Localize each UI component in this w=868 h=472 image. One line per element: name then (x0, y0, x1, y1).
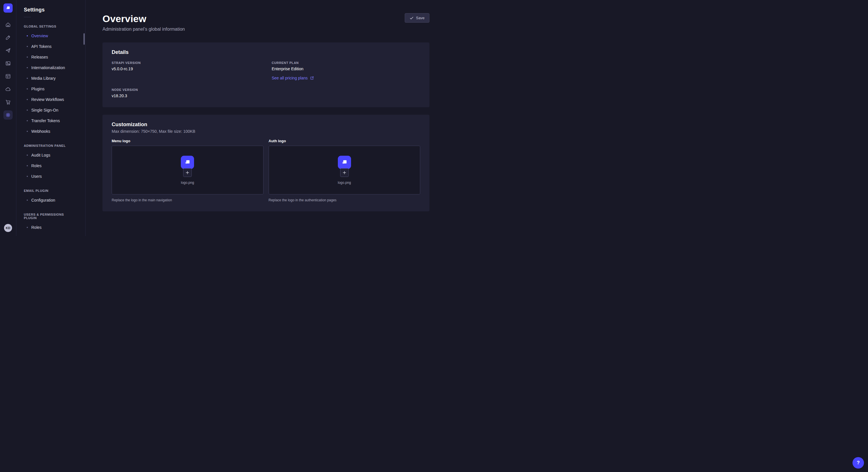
nav-content-type-builder[interactable] (3, 72, 12, 81)
pricing-plans-link[interactable]: See all pricing plans (272, 76, 314, 80)
settings-nav-plugins[interactable]: Plugins (17, 83, 85, 94)
bullet-icon (27, 99, 28, 100)
auth-logo-helper: Replace the logo in the authentication p… (269, 198, 421, 202)
bullet-icon (27, 35, 28, 36)
nav-cloud[interactable] (3, 85, 12, 94)
layout-icon (5, 73, 11, 79)
settings-nav-internationalization[interactable]: Internationalization (17, 62, 85, 73)
settings-nav-up-roles[interactable]: Roles (17, 222, 85, 233)
avatar[interactable]: KD (4, 224, 12, 232)
paper-plane-icon (5, 47, 11, 53)
pricing-plans-link-label: See all pricing plans (272, 76, 308, 80)
settings-nav-releases[interactable]: Releases (17, 52, 85, 62)
menu-logo-upload: Menu logo logo.png Repl (112, 139, 264, 202)
customization-card: Customization Max dimension: 750×750, Ma… (102, 115, 429, 211)
customization-card-title: Customization (112, 122, 420, 128)
nav-item-label: Roles (31, 225, 42, 230)
check-icon (410, 16, 414, 20)
field-label: CURRENT PLAN (272, 61, 421, 65)
nav-item-label: Internationalization (31, 65, 65, 70)
auth-logo-dropzone[interactable]: logo.png (269, 146, 421, 194)
auth-logo-upload: Auth logo logo.png Repl (269, 139, 421, 202)
bullet-icon (27, 165, 28, 166)
settings-nav-overview[interactable]: Overview (17, 30, 85, 41)
field-label: NODE VERSION (112, 88, 260, 92)
bullet-icon (27, 109, 28, 111)
settings-nav-single-sign-on[interactable]: Single Sign-On (17, 105, 85, 115)
strapi-mark-icon (184, 159, 191, 166)
settings-nav-email-configuration[interactable]: Configuration (17, 195, 85, 205)
auth-logo-preview (338, 156, 351, 169)
field-value: v18.20.3 (112, 94, 260, 98)
settings-nav-media-library[interactable]: Media Library (17, 73, 85, 83)
field-value: v5.0.0-rc.19 (112, 67, 260, 71)
bullet-icon (27, 67, 28, 68)
nav-item-label: Transfer Tokens (31, 119, 60, 123)
plus-icon (185, 171, 189, 175)
nav-settings[interactable] (3, 110, 12, 120)
scrollbar-thumb[interactable] (84, 33, 85, 45)
settings-nav-transfer-tokens[interactable]: Transfer Tokens (17, 115, 85, 126)
plus-icon (342, 171, 346, 175)
settings-nav-admin-roles[interactable]: Roles (17, 160, 85, 171)
settings-nav-webhooks[interactable]: Webhooks (17, 126, 85, 136)
bullet-icon (27, 131, 28, 132)
field-label: STRAPI VERSION (112, 61, 260, 65)
bullet-icon (27, 227, 28, 228)
strapi-logo-icon (5, 5, 11, 11)
page-header: Overview Administration panel’s global i… (102, 13, 429, 32)
settings-nav-review-workflows[interactable]: Review Workflows (17, 94, 85, 105)
bullet-icon (27, 78, 28, 79)
settings-nav-audit-logs[interactable]: Audit Logs (17, 150, 85, 160)
save-button-label: Save (416, 16, 425, 20)
nav-item-label: Plugins (31, 87, 44, 91)
auth-logo-filename: logo.png (338, 181, 351, 185)
settings-nav-admin-users[interactable]: Users (17, 171, 85, 181)
details-grid: STRAPI VERSION v5.0.0-rc.19 CURRENT PLAN… (112, 61, 420, 98)
customization-card-subtitle: Max dimension: 750×750, Max file size: 1… (112, 129, 420, 134)
nav-item-label: Configuration (31, 198, 55, 202)
nav-item-label: Users (31, 174, 42, 179)
menu-logo-filename: logo.png (181, 181, 194, 185)
add-auth-logo-button[interactable] (340, 168, 349, 177)
nav-item-label: Audit Logs (31, 153, 50, 158)
section-users-permissions-plugin: USERS & PERMISSIONS PLUGIN (17, 213, 85, 220)
menu-logo-preview (181, 156, 194, 169)
nav-item-label: API Tokens (31, 44, 52, 49)
page-subtitle: Administration panel’s global informatio… (102, 27, 185, 32)
nav-item-label: Overview (31, 34, 48, 38)
nav-marketplace[interactable] (3, 98, 12, 107)
nav-item-label: Media Library (31, 76, 56, 80)
save-button[interactable]: Save (405, 13, 429, 23)
bullet-icon (27, 88, 28, 90)
nav-content-manager[interactable] (3, 33, 12, 42)
nav-item-label: Review Workflows (31, 97, 64, 102)
settings-nav-api-tokens[interactable]: API Tokens (17, 41, 85, 52)
cart-icon (5, 99, 11, 105)
strapi-logo[interactable] (3, 3, 12, 12)
cloud-icon (5, 86, 11, 92)
main-content: Overview Administration panel’s global i… (86, 0, 434, 236)
page-title: Overview (102, 13, 185, 24)
field-strapi-version: STRAPI VERSION v5.0.0-rc.19 (112, 61, 260, 80)
bullet-icon (27, 57, 28, 58)
upload-label: Auth logo (269, 139, 421, 143)
bullet-icon (27, 155, 28, 156)
section-administration-panel: ADMINISTRATION PANEL (17, 144, 85, 147)
nav-item-label: Single Sign-On (31, 108, 58, 112)
details-card-title: Details (112, 49, 420, 55)
nav-item-label: Webhooks (31, 129, 50, 134)
menu-logo-dropzone[interactable]: logo.png (112, 146, 264, 194)
menu-logo-helper: Replace the logo in the main navigation (112, 198, 264, 202)
nav-releases[interactable] (3, 46, 12, 55)
strapi-mark-icon (341, 159, 348, 166)
divider (24, 17, 31, 17)
settings-nav-up-providers[interactable]: Providers (17, 233, 85, 236)
nav-item-label: Providers (31, 236, 48, 236)
field-current-plan: CURRENT PLAN Enterprise Edition See all … (272, 61, 421, 80)
nav-media-library[interactable] (3, 59, 12, 68)
add-menu-logo-button[interactable] (183, 168, 192, 177)
rail-nav (3, 20, 12, 120)
nav-home[interactable] (3, 20, 12, 29)
section-email-plugin: EMAIL PLUGIN (17, 189, 85, 193)
